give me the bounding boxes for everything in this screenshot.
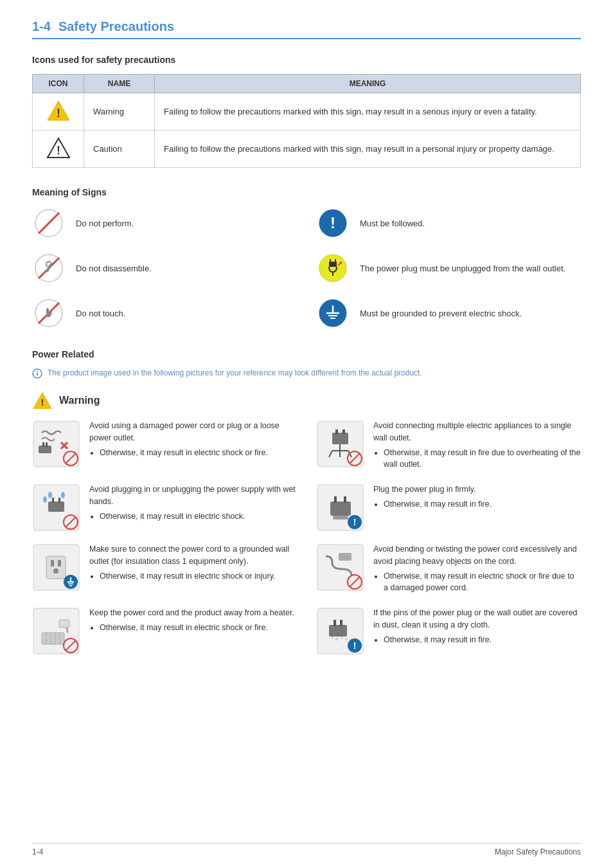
page-header: 1-4 Safety Precautions [32, 19, 581, 39]
svg-rect-65 [46, 556, 66, 579]
row-name-caution: Caution [84, 131, 155, 168]
svg-rect-67 [58, 560, 61, 566]
info-note-text: The product image used in the following … [48, 368, 422, 377]
svg-point-53 [48, 492, 52, 498]
svg-rect-59 [334, 496, 337, 503]
warning-item-2: Avoid connecting multiple electric appli… [316, 420, 581, 472]
must-follow-icon: ! [316, 206, 350, 240]
warning-icon-bend [316, 543, 364, 592]
icons-heading: Icons used for safety precautions [32, 55, 581, 65]
warning-item-3: Avoid plugging in or unplugging the powe… [32, 484, 297, 532]
footer-section: Major Safety Precautions [495, 847, 581, 856]
warning-icon-cell: ! [33, 93, 84, 131]
ground-icon [316, 296, 350, 330]
sign-must-follow: ! Must be followed. [316, 206, 581, 240]
signs-grid: Do not perform. ! Must be followed. [32, 206, 581, 330]
svg-rect-51 [58, 498, 60, 503]
warning-block: ! Warning [32, 392, 581, 655]
warning-text-7: Keep the power cord and the product away… [89, 607, 297, 635]
sign-ground: Must be grounded to prevent electric sho… [316, 296, 581, 330]
sign-no-touch: Do not touch. [32, 296, 297, 330]
col-name: NAME [84, 75, 155, 93]
warning-header-icon: ! [32, 392, 53, 410]
warning-icon-ground [32, 543, 80, 592]
svg-rect-33 [42, 442, 44, 447]
power-section: Power Related The product image used in … [32, 349, 581, 379]
sign-text-must-follow: Must be followed. [360, 219, 425, 228]
unplug-icon [316, 251, 350, 285]
warning-content: Avoid using a damaged power cord or plug… [32, 420, 581, 655]
svg-rect-40 [342, 429, 345, 434]
col-icon: ICON [33, 75, 84, 93]
sign-unplug: The power plug must be unplugged from th… [316, 251, 581, 285]
signs-section: Meaning of Signs Do not perform. ! Must … [32, 187, 581, 330]
warning-item-7: Keep the power cord and the product away… [32, 607, 297, 655]
warning-text-3: Avoid plugging in or unplugging the powe… [89, 484, 297, 523]
warning-icon-cord [32, 420, 80, 468]
svg-text:!: ! [353, 640, 357, 651]
svg-line-5 [39, 213, 59, 233]
svg-rect-79 [42, 633, 64, 644]
icons-table: ICON NAME MEANING ! Warning Failing to f… [32, 74, 581, 168]
svg-point-68 [53, 568, 58, 574]
warning-item-4: ! Plug the power plug in firmly. Otherwi… [316, 484, 581, 532]
warning-header: ! Warning [32, 392, 581, 410]
svg-point-54 [61, 492, 65, 498]
page-footer: 1-4 Major Safety Precautions [32, 843, 581, 856]
sign-text-no-disassemble: Do not disassemble. [76, 264, 152, 273]
sign-text-ground: Must be grounded to prevent electric sho… [360, 309, 522, 318]
svg-text:!: ! [57, 107, 60, 120]
row-name-warning: Warning [84, 93, 155, 131]
svg-rect-75 [339, 553, 351, 561]
warning-icon-multi [316, 420, 364, 468]
svg-rect-58 [330, 502, 351, 516]
no-touch-icon [32, 296, 66, 330]
svg-rect-78 [33, 608, 79, 654]
svg-rect-34 [46, 442, 48, 447]
warning-item-1: Avoid using a damaged power cord or plug… [32, 420, 297, 472]
col-meaning: MEANING [155, 75, 581, 93]
caution-icon-cell: ! [33, 131, 84, 168]
warning-text-4: Plug the power plug in firmly. Otherwise… [373, 484, 581, 512]
svg-text:!: ! [330, 214, 335, 231]
sign-text-no-touch: Do not touch. [76, 309, 125, 318]
svg-rect-49 [48, 502, 64, 512]
sign-text-unplug: The power plug must be unplugged from th… [360, 264, 565, 273]
svg-point-92 [335, 638, 339, 641]
svg-rect-50 [52, 498, 54, 503]
no-perform-icon [32, 206, 66, 240]
svg-point-94 [345, 638, 348, 640]
svg-rect-66 [51, 560, 54, 566]
warning-text-5: Make sure to connect the power cord to a… [89, 543, 297, 583]
section-number: 1-4 [32, 19, 51, 34]
svg-point-91 [331, 637, 333, 639]
info-note-icon [32, 368, 42, 379]
warning-text-2: Avoid connecting multiple electric appli… [373, 420, 581, 472]
svg-rect-90 [340, 620, 342, 626]
svg-point-52 [43, 496, 47, 503]
warning-item-6: Avoid bending or twisting the power cord… [316, 543, 581, 595]
warning-text-8: If the pins of the power plug or the wal… [373, 607, 581, 647]
sign-no-disassemble: Do not disassemble. [32, 251, 297, 285]
svg-rect-84 [59, 620, 69, 628]
warning-label: Warning [59, 395, 100, 406]
svg-rect-39 [335, 429, 338, 434]
svg-text:!: ! [57, 144, 60, 157]
svg-text:!: ! [353, 517, 357, 527]
svg-point-93 [341, 637, 343, 639]
caution-triangle-icon: ! [46, 137, 71, 159]
warning-triangle-icon: ! [46, 100, 71, 122]
footer-page-number: 1-4 [32, 847, 43, 856]
svg-rect-61 [333, 516, 348, 520]
table-row: ! Caution Failing to follow the precauti… [33, 131, 581, 168]
sign-do-not-perform: Do not perform. [32, 206, 297, 240]
svg-point-12 [319, 255, 346, 282]
svg-rect-13 [329, 262, 337, 267]
svg-rect-89 [333, 620, 336, 626]
warning-item-5: Make sure to connect the power cord to a… [32, 543, 297, 595]
icons-section: Icons used for safety precautions ICON N… [32, 55, 581, 168]
warning-text-6: Avoid bending or twisting the power cord… [373, 543, 581, 595]
section-title: Safety Precautions [58, 19, 174, 34]
sign-text-no-perform: Do not perform. [76, 219, 134, 228]
warning-item-8: ! If the pins of the power plug or the w… [316, 607, 581, 655]
